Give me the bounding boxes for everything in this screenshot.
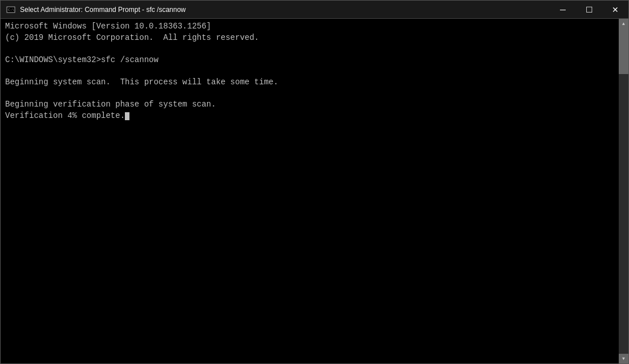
scrollbar-track[interactable] [619,28,628,354]
scrollbar-down-button[interactable]: ▼ [619,354,628,363]
window-icon: C:\ [5,4,17,15]
scrollbar[interactable]: ▲ ▼ [619,19,628,363]
window-controls: ─ ☐ ✕ [550,1,628,18]
close-button[interactable]: ✕ [602,1,628,18]
title-bar: C:\ Select Administrator: Command Prompt… [1,1,628,19]
scrollbar-up-button[interactable]: ▲ [619,19,628,28]
terminal-output[interactable]: Microsoft Windows [Version 10.0.18363.12… [1,19,619,363]
window-title: Select Administrator: Command Prompt - s… [20,6,550,14]
scrollbar-thumb[interactable] [619,28,628,74]
svg-text:C:\: C:\ [8,8,14,12]
command-prompt-window: C:\ Select Administrator: Command Prompt… [0,0,629,364]
minimize-button[interactable]: ─ [550,1,576,18]
content-area: Microsoft Windows [Version 10.0.18363.12… [1,19,628,363]
restore-button[interactable]: ☐ [576,1,602,18]
cursor [125,112,129,120]
